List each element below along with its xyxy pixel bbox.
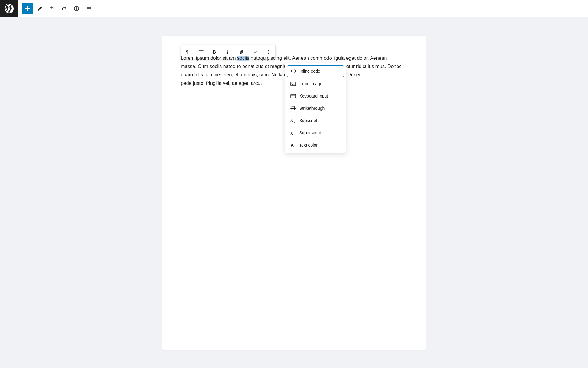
inline-image-label: Inline image	[299, 81, 322, 86]
pencil-icon	[37, 6, 43, 11]
svg-text:2: 2	[294, 130, 295, 133]
dropdown-item-keyboard-input[interactable]: Keyboard input	[285, 90, 346, 102]
subscript-label: Subscript	[299, 118, 317, 123]
dropdown-item-inline-code[interactable]: Inline code	[287, 65, 344, 77]
wp-logo	[0, 0, 18, 17]
svg-point-14	[268, 50, 269, 51]
subscript-glyph-icon: X 2	[290, 118, 296, 123]
superscript-icon: X 2	[290, 130, 296, 136]
editor-container: ¶ B	[0, 17, 588, 368]
list-view-button[interactable]	[83, 3, 94, 14]
redo-button[interactable]	[59, 3, 70, 14]
dropdown-item-inline-image[interactable]: Inline image	[285, 78, 346, 90]
keyboard-icon	[290, 93, 296, 99]
tools-button[interactable]	[34, 3, 45, 14]
keyboard-input-icon	[290, 94, 296, 98]
dropdown-item-subscript[interactable]: X 2 Subscript	[285, 114, 346, 127]
code-brackets-icon	[291, 69, 296, 73]
undo-icon	[49, 6, 55, 11]
inline-code-icon	[290, 68, 296, 74]
svg-point-15	[268, 52, 269, 52]
info-button[interactable]	[71, 3, 82, 14]
info-icon	[74, 6, 79, 11]
text-color-label: Text color	[299, 143, 318, 148]
svg-rect-19	[291, 94, 296, 98]
superscript-label: Superscript	[299, 130, 321, 135]
dropdown-item-strikethrough[interactable]: Strikethrough	[285, 102, 346, 114]
svg-text:A: A	[291, 143, 294, 148]
toolbar-buttons	[18, 3, 98, 14]
dropdown-menu: Inline code Inline image	[285, 63, 346, 153]
superscript-glyph-icon: X 2	[290, 130, 296, 135]
add-block-button[interactable]	[22, 3, 33, 14]
plus-icon	[25, 6, 30, 11]
svg-text:2: 2	[294, 120, 295, 123]
editor-content: ¶ B	[162, 36, 426, 350]
selected-word: sociis	[237, 56, 249, 61]
undo-button[interactable]	[47, 3, 58, 14]
subscript-icon: X 2	[290, 117, 296, 124]
inline-image-icon	[290, 81, 296, 87]
dropdown-item-superscript[interactable]: X 2 Superscript	[285, 127, 346, 139]
image-icon	[290, 82, 296, 86]
svg-text:X: X	[290, 131, 293, 136]
keyboard-input-label: Keyboard input	[299, 94, 328, 98]
svg-point-18	[292, 82, 292, 83]
svg-text:X: X	[290, 118, 293, 123]
strikethrough-glyph-icon	[290, 106, 296, 111]
dropdown-item-text-color[interactable]: A Text color	[285, 139, 346, 151]
strikethrough-label: Strikethrough	[299, 106, 325, 111]
strikethrough-icon	[290, 105, 296, 111]
top-toolbar	[0, 0, 588, 17]
inline-code-label: Inline code	[300, 69, 320, 74]
text-color-icon: A	[290, 142, 296, 148]
text-color-glyph-icon: A	[291, 143, 296, 148]
redo-icon	[62, 6, 67, 11]
list-icon	[86, 6, 92, 11]
svg-point-4	[76, 7, 77, 8]
wordpress-icon	[4, 3, 15, 14]
